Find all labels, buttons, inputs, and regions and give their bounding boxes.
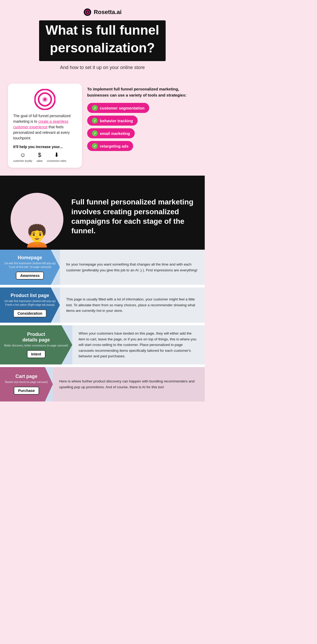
metric-loyalty: ☺ customer loyalty (13, 152, 32, 162)
divider-1 (0, 285, 205, 287)
stage-desc-product-detail: When your customers have landed on this … (79, 331, 198, 359)
tool-badge-email: ✓ email marketing (87, 128, 197, 141)
divider-3 (0, 364, 205, 367)
check-icon-4: ✓ (92, 143, 98, 149)
stage-desc-cart: Here is where further product discovery … (59, 378, 198, 390)
dark-section: 🧑‍🦱 Full funnel personalized marketing i… (0, 176, 205, 250)
stage-title-homepage: Homepage (18, 255, 42, 261)
tool-label-4: retargeting ads (100, 144, 128, 148)
check-icon-3: ✓ (92, 130, 98, 136)
stage-subtitle-cart: Basket size boost (in-page carousel) (5, 380, 48, 384)
funnel-stages: Homepage 1st-rate first impression (bott… (0, 250, 205, 401)
stage-right-cart: Here is where further product discovery … (53, 367, 205, 401)
stage-row-cart: Cart page Basket size boost (in-page car… (0, 367, 205, 401)
loyalty-icon: ☺ (20, 152, 26, 158)
stage-title-cart: Cart page (15, 374, 37, 379)
stage-right-product-list: This page is usually filled with a lot o… (60, 287, 205, 323)
stage-desc-product-list: This page is usually filled with a lot o… (66, 296, 198, 314)
stage-subtitle-homepage: 1st-rate first impression (bottom-left p… (4, 262, 56, 269)
stage-left-product-list: Product list page 1st-rate first impress… (0, 287, 60, 323)
main-title-line1: What is full funnel (45, 23, 159, 38)
increase-label: It'll help you increase your... (13, 145, 77, 149)
sales-label: sales (36, 159, 43, 162)
stage-left-cart: Cart page Basket size boost (in-page car… (0, 367, 53, 401)
subtitle: And how to set it up on your online stor… (5, 65, 199, 70)
loyalty-label: customer loyalty (13, 159, 32, 162)
stage-subtitle-product-detail: Better discovery, better conversions (in… (4, 344, 68, 348)
target-icon (13, 89, 77, 110)
metric-conversion: ⬇ conversion rates (47, 152, 66, 162)
tool-label-3: email marketing (100, 131, 130, 136)
stage-right-product-detail: When your customers have landed on this … (72, 325, 205, 364)
stage-row-product-detail: Productdetails page Better discovery, be… (0, 325, 205, 364)
rosetta-logo-icon (83, 8, 92, 16)
stage-left-product-detail: Productdetails page Better discovery, be… (0, 325, 72, 364)
info-card: The goal of full funnel personalized mar… (8, 84, 82, 168)
stage-title-product-detail: Productdetails page (22, 332, 50, 343)
metric-sales: $ sales (36, 152, 43, 162)
tool-badge-behavior: ✓ behavior tracking (87, 116, 197, 128)
check-icon-2: ✓ (92, 118, 98, 124)
svg-point-2 (87, 11, 88, 13)
svg-point-6 (44, 98, 46, 101)
stage-badge-awareness: Awareness (16, 272, 44, 280)
conversion-icon: ⬇ (54, 152, 59, 158)
card-body-text: The goal of full funnel personalized mar… (13, 113, 77, 141)
sales-icon: $ (38, 152, 41, 158)
stage-desc-homepage: for your homepage you want something tha… (66, 262, 198, 273)
highlight-text: create a seamless customer experience (13, 119, 68, 129)
character-illustration: 🧑‍🦱 (24, 223, 50, 248)
increase-icons: ☺ customer loyalty $ sales ⬇ conversion … (13, 152, 77, 162)
stage-right-homepage: for your homepage you want something tha… (60, 250, 205, 285)
stage-badge-consideration: Consideration (13, 309, 46, 317)
header: Rosetta.ai What is full funnel personali… (0, 0, 205, 78)
tools-intro: To implement full funnel personalized ma… (87, 86, 197, 98)
logo-text: Rosetta.ai (94, 9, 122, 16)
stage-row-homepage: Homepage 1st-rate first impression (bott… (0, 250, 205, 285)
main-title-line2: personalization? (45, 41, 159, 55)
logo-area: Rosetta.ai (5, 8, 199, 16)
tool-label-2: behavior tracking (100, 118, 133, 123)
character-area: 🧑‍🦱 (8, 188, 66, 246)
stage-title-product-list: Product list page (11, 293, 49, 298)
divider-2 (0, 323, 205, 325)
section-top: The goal of full funnel personalized mar… (0, 78, 205, 176)
stage-subtitle-product-list: 1st-rate first impression (bottom-left p… (4, 299, 56, 307)
stage-badge-purchase: Purchase (14, 387, 39, 395)
check-icon-1: ✓ (92, 105, 98, 111)
tool-badge-segmentation: ✓ customer segmentation (87, 103, 197, 116)
tools-section: To implement full funnel personalized ma… (87, 84, 197, 154)
tool-badge-retargeting: ✓ retargeting ads (87, 141, 197, 154)
stage-left-homepage: Homepage 1st-rate first impression (bott… (0, 250, 60, 285)
dark-section-text: Full funnel personalized marketing invol… (71, 197, 197, 236)
conversion-label: conversion rates (47, 159, 66, 162)
stage-row-product-list: Product list page 1st-rate first impress… (0, 287, 205, 323)
tool-label-1: customer segmentation (100, 106, 144, 110)
stage-badge-intent: Intent (27, 350, 45, 358)
